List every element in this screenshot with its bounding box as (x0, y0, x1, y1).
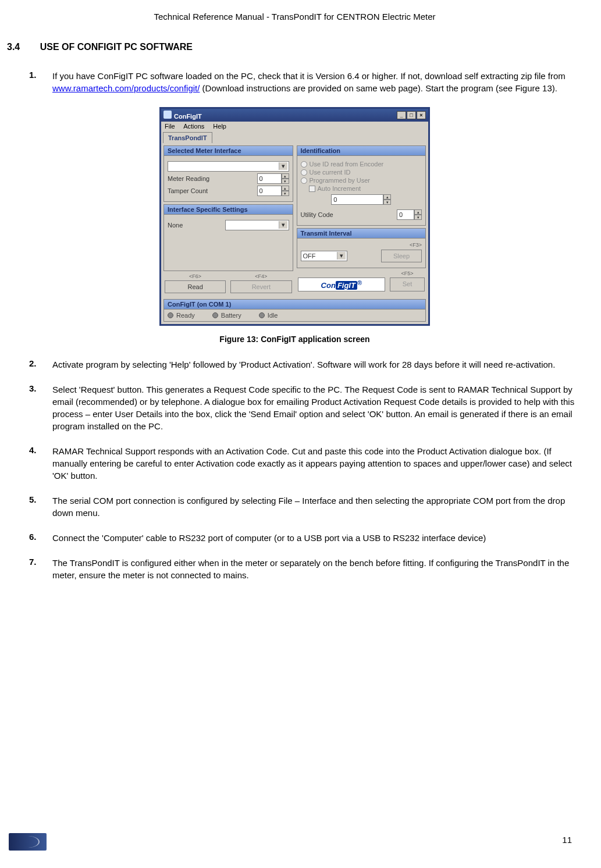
spinner-icon[interactable]: ▴▾ (383, 194, 391, 205)
step-5: 5.The serial COM port connection is conf… (6, 495, 584, 519)
menubar: File Actions Help (161, 122, 428, 131)
configit-logo: ConFigIT® (298, 278, 386, 291)
tamper-count-label: Tamper Count (168, 187, 208, 194)
panel-identification: Identification (297, 146, 426, 156)
step-number: 1. (29, 70, 52, 94)
section-number: 3.4 (7, 42, 20, 52)
page-header: Technical Reference Manual - TransPondIT… (6, 12, 584, 22)
close-icon[interactable]: × (417, 111, 426, 119)
figure-13: ConFigIT _ □ × File Actions Help TransPo… (6, 107, 584, 326)
status-idle: Idle (259, 312, 278, 319)
radio-use-current-id[interactable]: Use current ID (301, 169, 422, 176)
panel-transmit-interval: Transmit Interval (297, 229, 426, 239)
panel-configit-com: ConFigIT (on COM 1) (164, 300, 425, 310)
minimize-icon[interactable]: _ (397, 111, 406, 119)
footer-logo-icon (9, 833, 47, 851)
status-ready: Ready (168, 312, 195, 319)
none-label: None (168, 222, 183, 229)
section-title-text: USE OF CONFIGIT PC SOFTWARE (40, 42, 193, 52)
radio-programmed-by-user[interactable]: Programmed by User (301, 177, 422, 184)
menu-help[interactable]: Help (213, 123, 226, 130)
meter-reading-input[interactable]: 0 (257, 173, 282, 184)
meter-reading-label: Meter Reading (168, 175, 209, 182)
tamper-count-input[interactable]: 0 (257, 186, 282, 196)
sleep-button[interactable]: Sleep (381, 250, 422, 262)
step-2: 2.Activate program by selecting 'Help' f… (6, 358, 584, 371)
configit-download-link[interactable]: www.ramartech.com/products/configit/ (52, 83, 200, 93)
status-battery: Battery (212, 312, 241, 319)
menu-file[interactable]: File (165, 123, 175, 130)
window-title: ConFigIT (174, 113, 202, 120)
configit-window: ConFigIT _ □ × File Actions Help TransPo… (159, 107, 430, 326)
spinner-icon[interactable]: ▴▾ (282, 173, 289, 184)
step-1: 1. If you have ConFigIT PC software load… (6, 70, 584, 94)
step-text: If you have ConFigIT PC software loaded … (52, 70, 584, 94)
step-3: 3.Select 'Request' button. This generate… (6, 383, 584, 432)
panel-selected-meter-interface: Selected Meter Interface (164, 146, 293, 156)
radio-id-from-encoder[interactable]: Use ID read from Encoder (301, 161, 422, 168)
step-6: 6.Connect the 'Computer' cable to RS232 … (6, 532, 584, 544)
figure-caption: Figure 13: ConFigIT application screen (6, 335, 584, 344)
tab-transpondit[interactable]: TransPondIT (163, 132, 212, 143)
app-icon (163, 111, 172, 119)
interface-settings-select[interactable] (225, 220, 289, 230)
utility-code-input[interactable]: 0 (397, 209, 414, 220)
read-button[interactable]: <F6>Read (165, 280, 226, 293)
spinner-icon[interactable]: ▴▾ (282, 186, 289, 196)
led-icon (212, 312, 218, 318)
step-7: 7.The TransPondIT is configured either w… (6, 557, 584, 581)
page-number: 11 (562, 835, 572, 845)
f3-hint: <F3> (301, 242, 422, 248)
led-icon (168, 312, 173, 318)
transmit-interval-select[interactable]: OFF (301, 251, 347, 261)
maximize-icon[interactable]: □ (407, 111, 416, 119)
utility-code-label: Utility Code (301, 211, 333, 218)
titlebar: ConFigIT _ □ × (161, 109, 428, 122)
panel-interface-settings: Interface Specific Settings (164, 205, 293, 215)
set-button[interactable]: <F5>Set (390, 278, 425, 291)
check-auto-increment[interactable]: Auto Increment (309, 185, 422, 192)
menu-actions[interactable]: Actions (183, 123, 204, 130)
section-heading: 3.4 USE OF CONFIGIT PC SOFTWARE (7, 42, 584, 52)
id-input[interactable]: 0 (331, 194, 383, 205)
led-icon (259, 312, 265, 318)
revert-button[interactable]: <F4>Revert (230, 280, 291, 293)
meter-interface-select[interactable] (168, 161, 289, 172)
step-4: 4.RAMAR Technical Support responds with … (6, 445, 584, 482)
spinner-icon[interactable]: ▴▾ (414, 209, 422, 220)
